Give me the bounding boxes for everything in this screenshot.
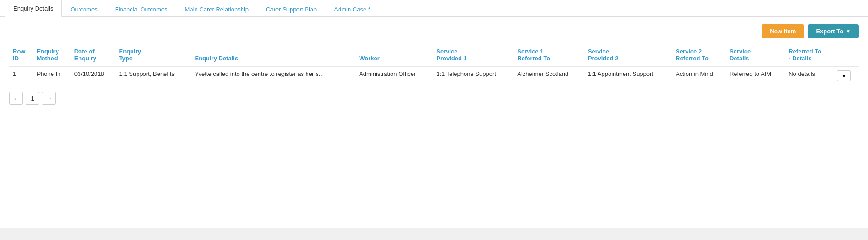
pagination-current-page: 1 xyxy=(26,92,39,105)
pagination: ← 1 → xyxy=(9,92,859,105)
table-header-row: RowID EnquiryMethod Date ofEnquiry Enqui… xyxy=(9,45,859,67)
tab-carer-support-plan[interactable]: Carer Support Plan xyxy=(257,1,325,17)
export-to-button[interactable]: Export To ▼ xyxy=(808,24,859,38)
tab-financial-outcomes[interactable]: Financial Outcomes xyxy=(106,1,176,17)
col-header-service-provided-1: ServiceProvided 1 xyxy=(433,45,513,67)
col-header-date-of-enquiry: Date ofEnquiry xyxy=(71,45,116,67)
cell-referred-to-details: No details xyxy=(785,67,833,85)
cell-service-1-referred-to: Alzheimer Scotland xyxy=(513,67,584,85)
next-arrow-icon: → xyxy=(46,95,52,102)
toolbar: New Item Export To ▼ xyxy=(9,24,859,38)
col-header-service-1-referred-to: Service 1Referred To xyxy=(513,45,584,67)
cell-row-id: 1 xyxy=(9,67,33,85)
tab-main-carer-relationship[interactable]: Main Carer Relationship xyxy=(176,1,257,17)
col-header-row-id: RowID xyxy=(9,45,33,67)
col-header-worker: Worker xyxy=(355,45,433,67)
cell-enquiry-method: Phone In xyxy=(33,67,70,85)
tabs-bar: Enquiry Details Outcomes Financial Outco… xyxy=(0,0,868,17)
export-label: Export To xyxy=(816,28,843,35)
cell-date-of-enquiry: 03/10/2018 xyxy=(71,67,116,85)
col-header-service-details: ServiceDetails xyxy=(726,45,785,67)
cell-actions: ▼ xyxy=(833,67,859,85)
enquiry-table: RowID EnquiryMethod Date ofEnquiry Enqui… xyxy=(9,45,859,85)
cell-worker: Administration Officer xyxy=(355,67,433,85)
row-action-dropdown[interactable]: ▼ xyxy=(837,70,851,81)
cell-enquiry-details: Yvette called into the centre to registe… xyxy=(191,67,356,85)
pagination-next-button[interactable]: → xyxy=(42,92,56,105)
cell-service-details: Referred to AIM xyxy=(726,67,785,85)
cell-service-2-referred-to: Action in Mind xyxy=(672,67,726,85)
chevron-down-icon: ▼ xyxy=(846,29,851,34)
col-header-service-provided-2: ServiceProvided 2 xyxy=(584,45,672,67)
col-header-enquiry-details: Enquiry Details xyxy=(191,45,356,67)
page-wrapper: Enquiry Details Outcomes Financial Outco… xyxy=(0,0,868,240)
tab-outcomes[interactable]: Outcomes xyxy=(62,1,106,17)
tab-enquiry-details[interactable]: Enquiry Details xyxy=(5,0,62,17)
new-item-button[interactable]: New Item xyxy=(762,24,804,38)
col-header-service-2-referred-to: Service 2Referred To xyxy=(672,45,726,67)
col-header-enquiry-method: EnquiryMethod xyxy=(33,45,70,67)
cell-enquiry-type: 1:1 Support, Benefits xyxy=(116,67,191,85)
pagination-prev-button[interactable]: ← xyxy=(9,92,23,105)
cell-service-provided-2: 1:1 Appointment Support xyxy=(584,67,672,85)
table-row: 1Phone In03/10/20181:1 Support, Benefits… xyxy=(9,67,859,85)
tab-admin-case[interactable]: Admin Case * xyxy=(325,1,379,17)
col-header-actions xyxy=(833,45,859,67)
content-area: New Item Export To ▼ RowID EnquiryMethod… xyxy=(0,17,868,228)
cell-service-provided-1: 1:1 Telephone Support xyxy=(433,67,513,85)
prev-arrow-icon: ← xyxy=(13,95,19,102)
col-header-enquiry-type: EnquiryType xyxy=(116,45,191,67)
col-header-referred-to-details: Referred To- Details xyxy=(785,45,833,67)
